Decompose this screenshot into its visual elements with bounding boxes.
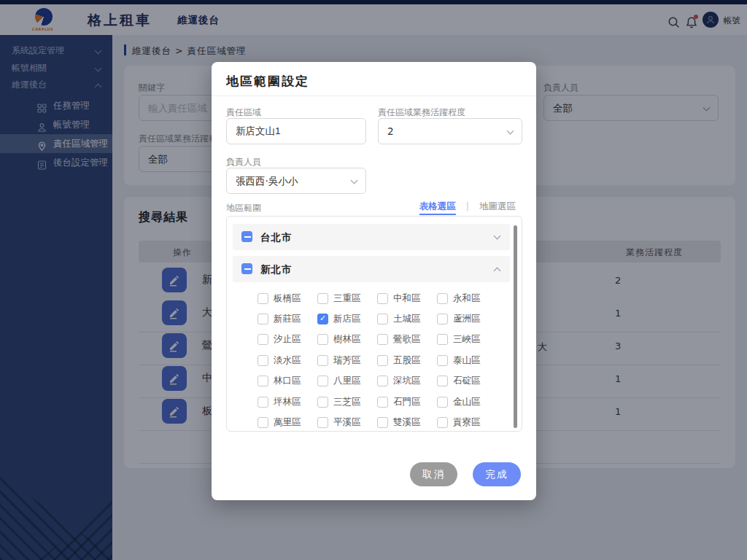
chevron-down-icon <box>351 177 358 184</box>
range-tabs: 表格選區 | 地圖選區 <box>419 201 516 213</box>
app-root: CARPLUS 格上租車 維運後台 帳號 系統設定管理 帳號相關 維運後台 <box>0 0 747 560</box>
district-label: 三重區 <box>333 292 361 305</box>
manager-value: 張西西·吳小小 <box>236 175 298 187</box>
district-checkbox[interactable]: 泰山區 <box>437 354 497 367</box>
checkbox-icon <box>258 397 268 408</box>
district-grid: 板橋區 三重區 中和區 永和區 新莊區 新店區 土城區 蘆洲區 汐止區 樹林區 … <box>258 288 513 432</box>
district-label: 坪林區 <box>274 396 301 408</box>
chevron-down-icon <box>507 128 514 135</box>
district-checkbox[interactable]: 中和區 <box>377 292 437 305</box>
district-checkbox[interactable]: 板橋區 <box>258 292 317 305</box>
district-checkbox-checked[interactable]: 新店區 <box>317 313 377 325</box>
district-checkbox[interactable]: 三重區 <box>317 292 377 305</box>
district-list: 台北市 新北市 板橋區 三重區 中和區 永和區 新莊區 新店區 土城區 蘆洲區 … <box>226 216 522 432</box>
district-checkbox[interactable]: 深坑區 <box>377 375 437 387</box>
city-row-new-taipei[interactable]: 新北市 <box>233 256 510 282</box>
checkbox-icon <box>437 417 448 428</box>
checkbox-icon <box>258 355 268 366</box>
district-checkbox[interactable]: 坪林區 <box>258 396 317 408</box>
district-label: 三峽區 <box>453 333 481 346</box>
checkbox-icon <box>258 293 268 304</box>
manager-label: 負責人員 <box>226 156 261 168</box>
district-checkbox[interactable]: 蘆洲區 <box>437 313 497 325</box>
checkbox-icon <box>437 376 448 386</box>
district-checkbox[interactable]: 八里區 <box>317 375 377 387</box>
city-checkbox-indeterminate[interactable] <box>241 263 252 274</box>
chevron-down-icon <box>494 233 501 240</box>
district-label: 五股區 <box>393 354 421 367</box>
district-checkbox[interactable]: 三芝區 <box>317 396 377 408</box>
district-checkbox[interactable]: 土城區 <box>377 313 437 325</box>
district-label: 新莊區 <box>274 313 301 325</box>
district-label: 八里區 <box>333 375 361 387</box>
checkbox-icon <box>258 314 268 324</box>
city-name: 台北市 <box>260 231 293 244</box>
checkbox-icon <box>437 397 448 408</box>
district-checkbox[interactable]: 石碇區 <box>437 375 497 387</box>
checkbox-icon <box>377 334 388 345</box>
checkbox-icon <box>377 355 388 366</box>
district-checkbox[interactable]: 林口區 <box>258 375 317 387</box>
district-label: 蘆洲區 <box>453 313 481 325</box>
city-row-taipei[interactable]: 台北市 <box>233 224 510 250</box>
checkbox-icon <box>317 376 328 386</box>
district-checkbox[interactable]: 新莊區 <box>258 313 317 325</box>
dialog-divider <box>212 96 536 96</box>
checkbox-icon <box>437 334 448 345</box>
activity-label: 責任區域業務活躍程度 <box>378 106 465 119</box>
district-label: 萬里區 <box>274 416 301 429</box>
checkbox-icon <box>377 397 388 408</box>
checkbox-checked-icon <box>317 314 328 324</box>
district-label: 林口區 <box>274 375 301 387</box>
district-label: 樹林區 <box>333 333 361 346</box>
district-checkbox[interactable]: 五股區 <box>377 354 437 367</box>
district-label: 汐止區 <box>274 333 301 346</box>
district-label: 瑞芳區 <box>333 354 361 367</box>
district-checkbox[interactable]: 貢寮區 <box>437 416 497 429</box>
district-checkbox[interactable]: 瑞芳區 <box>317 354 377 367</box>
district-label: 金山區 <box>453 396 481 408</box>
activity-select[interactable]: 2 <box>378 118 522 144</box>
checkbox-icon <box>437 293 448 304</box>
scrollbar-thumb[interactable] <box>514 225 517 428</box>
checkbox-icon <box>317 417 328 428</box>
checkbox-icon <box>437 355 448 366</box>
district-label: 三芝區 <box>333 396 361 408</box>
checkbox-icon <box>258 376 268 386</box>
district-checkbox[interactable]: 鶯歌區 <box>377 333 437 346</box>
district-label: 雙溪區 <box>393 416 421 429</box>
area-label: 責任區域 <box>226 106 261 119</box>
district-checkbox[interactable]: 樹林區 <box>317 333 377 346</box>
checkbox-icon <box>377 417 388 428</box>
tab-table-select[interactable]: 表格選區 <box>419 201 456 215</box>
range-label: 地區範圍 <box>226 202 261 214</box>
district-label: 新店區 <box>333 313 361 325</box>
tab-separator: | <box>466 201 469 211</box>
district-checkbox[interactable]: 淡水區 <box>258 354 317 367</box>
checkbox-icon <box>317 355 328 366</box>
checkbox-icon <box>258 334 268 345</box>
district-checkbox[interactable]: 汐止區 <box>258 333 317 346</box>
checkbox-icon <box>377 376 388 386</box>
chevron-up-icon <box>494 268 501 275</box>
cancel-button[interactable]: 取消 <box>410 462 457 486</box>
manager-select[interactable]: 張西西·吳小小 <box>226 168 366 194</box>
activity-value: 2 <box>387 125 394 137</box>
checkbox-icon <box>377 293 388 304</box>
district-label: 板橋區 <box>274 292 301 305</box>
district-checkbox[interactable]: 萬里區 <box>258 416 317 429</box>
district-label: 中和區 <box>393 292 421 305</box>
area-input[interactable] <box>226 118 366 144</box>
dialog-title: 地區範圍設定 <box>226 73 309 90</box>
district-checkbox[interactable]: 三峽區 <box>437 333 497 346</box>
district-checkbox[interactable]: 石門區 <box>377 396 437 408</box>
confirm-button[interactable]: 完成 <box>473 462 521 486</box>
tab-map-select[interactable]: 地圖選區 <box>479 201 516 211</box>
district-checkbox[interactable]: 永和區 <box>437 292 497 305</box>
checkbox-icon <box>317 397 328 408</box>
district-checkbox[interactable]: 雙溪區 <box>377 416 437 429</box>
district-checkbox[interactable]: 平溪區 <box>317 416 377 429</box>
district-checkbox[interactable]: 金山區 <box>437 396 497 408</box>
city-checkbox-indeterminate[interactable] <box>241 231 252 242</box>
checkbox-icon <box>317 293 328 304</box>
